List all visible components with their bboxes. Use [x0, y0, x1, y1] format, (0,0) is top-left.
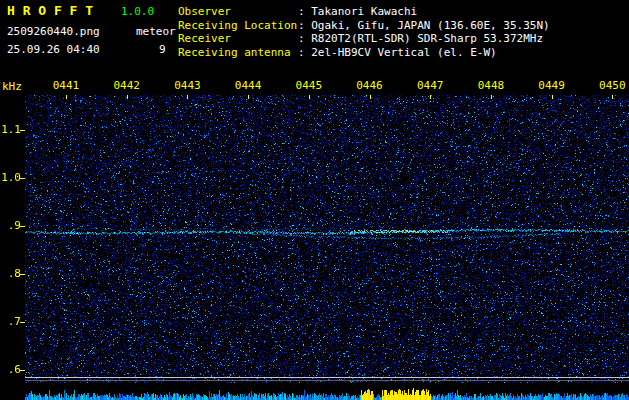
- x-axis-labels: 0441044204430444044504460447044804490450: [0, 79, 629, 93]
- observation-info: Observer: Takanori Kawachi Receiving Loc…: [178, 5, 550, 59]
- info-value: Takanori Kawachi: [311, 5, 417, 18]
- y-tick-label: .8: [8, 267, 21, 280]
- info-separator: :: [298, 5, 311, 18]
- app-version: 1.0.0: [121, 5, 154, 18]
- x-tick-label: 0445: [296, 79, 323, 92]
- y-axis-labels: 1.11.0.9.8.7.6: [0, 0, 24, 400]
- spectrogram-canvas: [0, 95, 629, 400]
- x-tick-label: 0441: [53, 79, 80, 92]
- info-separator: :: [298, 46, 311, 59]
- x-tick-label: 0448: [478, 79, 505, 92]
- info-label: Receiving Location: [178, 19, 298, 33]
- info-row-observer: Observer: Takanori Kawachi: [178, 5, 550, 19]
- x-tick-label: 0444: [235, 79, 262, 92]
- y-tick-label: .9: [8, 219, 21, 232]
- x-tick-label: 0443: [174, 79, 201, 92]
- x-tick-label: 0447: [417, 79, 444, 92]
- x-tick-label: 0450: [599, 79, 626, 92]
- info-value: R820T2(RTL-SDR) SDR-Sharp 53.372MHz: [311, 32, 543, 45]
- info-row-receiver: Receiver: R820T2(RTL-SDR) SDR-Sharp 53.3…: [178, 32, 550, 46]
- info-row-location: Receiving Location: Ogaki, Gifu, JAPAN (…: [178, 19, 550, 33]
- y-tick-label: 1.1: [1, 123, 21, 136]
- y-tick-label: .7: [8, 315, 21, 328]
- x-tick-label: 0449: [538, 79, 565, 92]
- info-row-antenna: Receiving antenna: 2el-HB9CV Vertical (e…: [178, 46, 550, 60]
- x-tick-label: 0446: [356, 79, 383, 92]
- echo-count: 9: [159, 43, 166, 56]
- info-value: Ogaki, Gifu, JAPAN (136.60E, 35.35N): [311, 19, 549, 32]
- hrofft-window: H R O F F T 1.0.0 2509260440.png meteor …: [0, 0, 629, 400]
- info-value: 2el-HB9CV Vertical (el. E-W): [311, 46, 496, 59]
- info-separator: :: [298, 32, 311, 45]
- mode-label: meteor: [136, 25, 176, 38]
- info-label: Receiver: [178, 32, 298, 46]
- info-label: Receiving antenna: [178, 46, 298, 60]
- info-separator: :: [298, 19, 311, 32]
- x-tick-label: 0442: [113, 79, 140, 92]
- y-tick-label: 1.0: [1, 171, 21, 184]
- info-label: Observer: [178, 5, 298, 19]
- y-tick-label: .6: [8, 363, 21, 376]
